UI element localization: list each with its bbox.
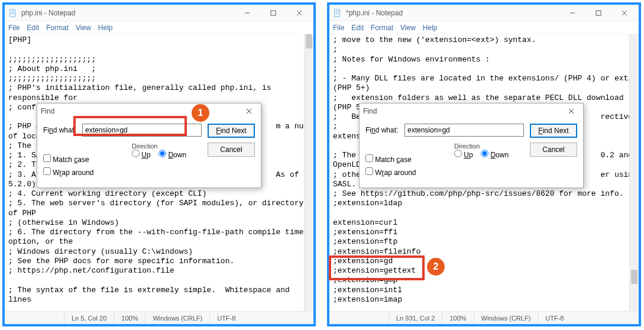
find-what-label: Find what: xyxy=(43,126,76,134)
menu-file[interactable]: File xyxy=(8,24,20,32)
status-zoom: 100% xyxy=(114,312,145,324)
scroll-thumb[interactable] xyxy=(631,270,637,284)
menu-edit[interactable]: Edit xyxy=(351,24,364,32)
status-cursor: Ln 931, Col 2 xyxy=(389,312,442,324)
callout-badge-2: 2 xyxy=(427,258,445,276)
wrap-around-checkbox[interactable]: Wrap around xyxy=(365,167,577,177)
statusbar: Ln 5, Col 20 100% Windows (CRLF) UTF-8 xyxy=(5,311,313,324)
status-spacer xyxy=(329,312,389,324)
find-titlebar[interactable]: Find xyxy=(360,103,583,119)
find-dialog: Find Find what: FFind Nextind Next Cance… xyxy=(37,103,261,188)
find-what-input[interactable] xyxy=(82,124,202,137)
maximize-button[interactable] xyxy=(585,5,611,21)
svg-rect-5 xyxy=(271,11,276,15)
notepad-icon xyxy=(8,8,18,18)
callout-badge-1: 1 xyxy=(192,104,209,122)
titlebar[interactable]: php.ini - Notepad xyxy=(5,5,313,21)
statusbar: Ln 931, Col 2 100% Windows (CRLF) UTF-8 xyxy=(329,311,639,324)
svg-rect-0 xyxy=(10,9,15,16)
direction-up[interactable]: Up xyxy=(132,151,151,159)
find-what-input[interactable] xyxy=(404,124,524,137)
notepad-window-left: php.ini - Notepad File Edit Format View … xyxy=(2,2,316,326)
find-next-button[interactable]: Find Next xyxy=(530,124,577,138)
direction-label: Direction xyxy=(132,143,157,150)
status-spacer xyxy=(5,312,64,324)
menu-format[interactable]: Format xyxy=(371,24,393,32)
find-titlebar[interactable]: Find xyxy=(37,103,261,119)
direction-up[interactable]: Up xyxy=(454,151,473,159)
direction-group: Direction Up Down xyxy=(132,143,209,159)
close-button[interactable] xyxy=(611,5,637,21)
status-zoom: 100% xyxy=(442,312,473,324)
cancel-button[interactable]: Cancel xyxy=(208,143,255,157)
maximize-button[interactable] xyxy=(260,5,286,21)
menu-view[interactable]: View xyxy=(400,24,416,32)
titlebar[interactable]: *php.ini - Notepad xyxy=(329,5,639,21)
direction-label: Direction xyxy=(454,143,480,150)
find-title-text: Find xyxy=(363,107,563,115)
menu-view[interactable]: View xyxy=(76,24,91,32)
menu-file[interactable]: File xyxy=(333,24,344,32)
svg-rect-15 xyxy=(596,11,601,15)
svg-rect-10 xyxy=(335,9,340,16)
find-next-button[interactable]: FFind Nextind Next xyxy=(208,124,255,138)
window-title: php.ini - Notepad xyxy=(21,9,234,17)
find-close-button[interactable] xyxy=(241,105,257,118)
notepad-window-right: *php.ini - Notepad File Edit Format View… xyxy=(327,2,641,326)
direction-down[interactable]: Down xyxy=(158,151,186,159)
wrap-around-checkbox[interactable]: Wrap around xyxy=(43,167,255,177)
vertical-scrollbar[interactable] xyxy=(304,34,313,312)
menubar: File Edit Format View Help xyxy=(5,21,313,34)
status-encoding: UTF-8 xyxy=(538,312,571,324)
menu-help[interactable]: Help xyxy=(98,24,113,32)
find-dialog: Find Find what: Find Next Cancel Directi… xyxy=(359,103,584,188)
scroll-thumb[interactable] xyxy=(306,34,312,48)
status-cursor: Ln 5, Col 20 xyxy=(64,312,114,324)
status-eol: Windows (CRLF) xyxy=(145,312,209,324)
find-close-button[interactable] xyxy=(563,105,580,118)
notepad-icon xyxy=(333,8,342,18)
close-button[interactable] xyxy=(286,5,312,21)
vertical-scrollbar[interactable] xyxy=(629,34,639,312)
cancel-button[interactable]: Cancel xyxy=(530,143,577,157)
menubar: File Edit Format View Help xyxy=(329,21,639,34)
menu-format[interactable]: Format xyxy=(46,24,69,32)
menu-edit[interactable]: Edit xyxy=(27,24,39,32)
direction-group: Direction Up Down xyxy=(454,143,531,159)
find-what-label: Find what: xyxy=(365,126,399,134)
minimize-button[interactable] xyxy=(234,5,260,21)
status-encoding: UTF-8 xyxy=(209,312,242,324)
direction-down[interactable]: Down xyxy=(481,151,509,159)
menu-help[interactable]: Help xyxy=(423,24,438,32)
find-title-text: Find xyxy=(41,107,241,115)
window-title: *php.ini - Notepad xyxy=(346,9,559,17)
status-eol: Windows (CRLF) xyxy=(474,312,538,324)
minimize-button[interactable] xyxy=(559,5,585,21)
